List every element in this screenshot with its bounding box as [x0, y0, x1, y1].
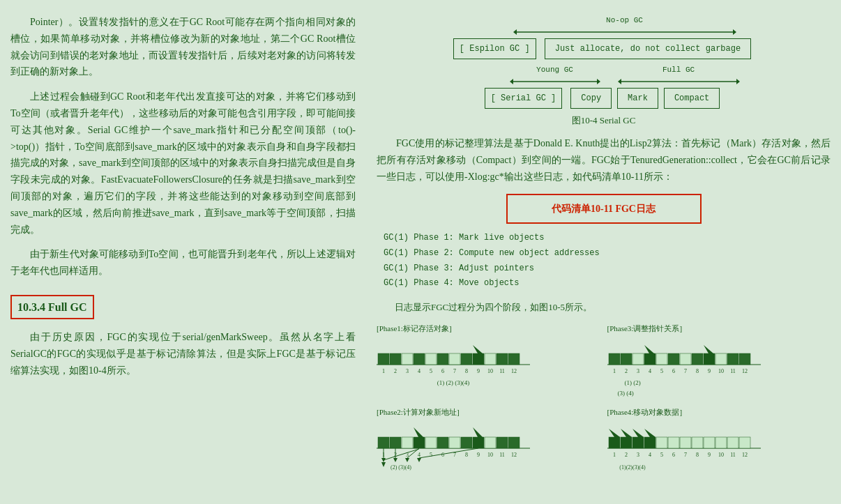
svg-rect-24: [461, 353, 472, 365]
log-text: 日志显示FGC过程分为四个阶段，如图10-5所示。: [377, 300, 831, 315]
noop-label: No-op GC: [606, 14, 643, 27]
section-heading: 10.3.4 Full GC: [10, 295, 94, 319]
svg-text:10: 10: [487, 452, 493, 458]
svg-text:(1)(2)(3)(4): (1)(2)(3)(4): [619, 464, 646, 471]
serial-label: [ Serial GC ]: [485, 88, 563, 109]
code-line-2: GC(1) Phase 2: Compute new object addres…: [384, 246, 831, 261]
svg-text:7: 7: [453, 368, 456, 374]
svg-text:11: 11: [730, 368, 736, 374]
svg-rect-111: [644, 437, 656, 448]
svg-rect-65: [390, 437, 401, 448]
svg-text:3: 3: [637, 368, 639, 374]
svg-rect-56: [715, 353, 727, 365]
svg-text:1: 1: [613, 368, 616, 374]
svg-rect-10: [378, 353, 389, 365]
svg-rect-12: [390, 353, 401, 365]
svg-marker-5: [597, 79, 600, 84]
svg-rect-27: [473, 353, 484, 365]
svg-marker-53: [704, 345, 713, 353]
svg-text:12: 12: [511, 368, 517, 374]
svg-rect-14: [402, 353, 413, 365]
svg-rect-78: [449, 437, 460, 448]
svg-rect-51: [692, 353, 703, 365]
code-line-4: GC(1) Phase 4: Move objects: [384, 276, 831, 291]
phase2-item: [Phase2:计算对象新地址] 1 2 3 4: [377, 406, 600, 471]
svg-marker-98: [417, 458, 421, 462]
svg-text:8: 8: [696, 452, 699, 458]
phase-diagrams: [Phase1:标记存活对象] 1 2 3 4: [377, 322, 831, 471]
svg-text:5: 5: [660, 368, 663, 374]
svg-rect-31: [497, 353, 508, 365]
svg-text:8: 8: [696, 368, 699, 374]
phase1-title: [Phase1:标记存活对象]: [377, 322, 452, 335]
svg-rect-74: [425, 437, 437, 448]
svg-text:7: 7: [684, 452, 687, 458]
compact-button[interactable]: Compact: [664, 88, 720, 109]
svg-text:12: 12: [742, 368, 748, 374]
svg-text:6: 6: [441, 452, 444, 458]
phase3-title: [Phase3:调整指针关系]: [607, 322, 683, 335]
svg-text:8: 8: [465, 368, 468, 374]
svg-marker-1: [513, 29, 517, 35]
svg-rect-102: [609, 437, 620, 448]
svg-text:(2)     (3)(4): (2) (3)(4): [391, 464, 411, 471]
svg-marker-2: [733, 29, 736, 35]
mark-button[interactable]: Mark: [617, 88, 658, 109]
svg-text:8: 8: [465, 452, 468, 458]
svg-rect-108: [632, 437, 644, 448]
left-para3: 由于新生代对象可能移动到To空间，也可能晋升到老年代，所以上述逻辑对于老年代也同…: [10, 246, 356, 280]
young-gc-arrow: [510, 77, 600, 86]
young-gc-label: Young GC: [536, 63, 573, 77]
svg-text:11: 11: [499, 452, 505, 458]
svg-text:1: 1: [382, 368, 385, 374]
svg-rect-119: [692, 437, 703, 448]
svg-text:3: 3: [637, 452, 639, 458]
svg-text:6: 6: [441, 368, 444, 374]
phase2-title: [Phase2:计算对象新地址]: [377, 406, 460, 419]
code-listing-link[interactable]: 代码清单10-11 FGC日志: [506, 194, 702, 224]
svg-rect-43: [644, 353, 656, 365]
svg-marker-73: [381, 462, 386, 467]
svg-rect-117: [680, 437, 691, 448]
svg-rect-76: [437, 437, 448, 448]
svg-rect-89: [508, 437, 520, 448]
svg-rect-60: [739, 353, 750, 365]
svg-marker-42: [644, 345, 654, 353]
svg-rect-29: [485, 353, 496, 365]
svg-rect-49: [680, 353, 691, 365]
svg-rect-67: [402, 437, 413, 448]
svg-rect-38: [621, 353, 632, 365]
svg-marker-7: [618, 79, 621, 84]
svg-marker-69: [414, 427, 423, 437]
copy-button[interactable]: Copy: [570, 88, 612, 109]
svg-text:11: 11: [730, 452, 736, 458]
svg-text:4: 4: [418, 452, 420, 458]
full-gc-label: Full GC: [662, 63, 695, 77]
phase2-svg: 1 2 3 4 5 6 7: [377, 422, 530, 471]
svg-text:9: 9: [477, 368, 480, 374]
svg-text:7: 7: [684, 368, 687, 374]
svg-rect-45: [656, 353, 667, 365]
svg-marker-4: [510, 79, 513, 84]
full-gc-arrow: [618, 77, 740, 86]
code-line-3: GC(1) Phase 3: Adjust pointers: [384, 261, 831, 277]
svg-rect-18: [425, 353, 437, 365]
phase3-svg: 1 2 3 4 5 6 7 8: [607, 338, 761, 376]
phase4-title: [Phase4:移动对象数据]: [607, 406, 683, 419]
svg-marker-110: [644, 429, 656, 437]
phase1-svg: 1 2 3 4 5 6: [377, 338, 530, 376]
phase1-footer: (1) (2) (3)(4): [377, 378, 530, 388]
svg-text:1: 1: [613, 452, 616, 458]
svg-text:6: 6: [672, 452, 675, 458]
svg-marker-92: [381, 458, 386, 462]
svg-text:5: 5: [430, 368, 432, 374]
phase4-item: [Phase4:移动对象数据] 1 2 3 4: [607, 406, 831, 471]
espilon-action: Just allocate, do not collect garbage: [545, 38, 751, 59]
svg-text:4: 4: [649, 452, 651, 458]
svg-rect-105: [621, 437, 632, 448]
svg-text:4: 4: [649, 368, 651, 374]
svg-rect-115: [668, 437, 679, 448]
left-para4: 由于历史原因，FGC的实现位于serial/genMarkSweep。虽然从名字…: [10, 329, 356, 379]
svg-marker-107: [632, 429, 644, 437]
left-para1: Pointer）。设置转发指针的意义在于GC Root可能存在两个指向相同对象的…: [10, 14, 356, 80]
